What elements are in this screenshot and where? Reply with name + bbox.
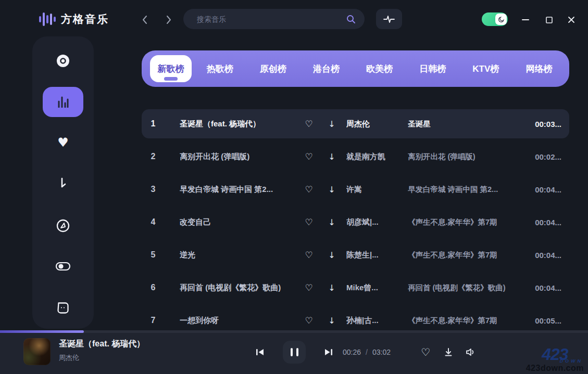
search-box[interactable]	[183, 9, 365, 29]
search-input[interactable]	[197, 15, 346, 23]
song-album: 圣诞星	[408, 119, 533, 129]
tab-network[interactable]: 网络榜	[514, 63, 564, 75]
favorite-heart-icon[interactable]: ♡	[297, 217, 320, 227]
seek-bar[interactable]	[0, 330, 588, 333]
song-artist[interactable]: 就是南方凯	[346, 152, 404, 162]
song-artist[interactable]: 周杰伦	[346, 119, 404, 129]
equalizer-button[interactable]	[376, 9, 402, 29]
previous-track-icon	[255, 348, 265, 356]
favorite-heart-icon[interactable]: ♡	[297, 151, 320, 162]
sidebar-item-settings[interactable]	[55, 261, 71, 272]
song-artist[interactable]: 胡彦斌|...	[346, 217, 404, 227]
song-title: 一想到你呀	[180, 316, 297, 326]
watermark-site: 423down.com	[526, 364, 584, 373]
tab-label: 新歌榜	[158, 63, 184, 75]
album-art[interactable]	[23, 338, 51, 365]
download-icon[interactable]: ↓	[320, 119, 343, 129]
song-artist[interactable]: 陈楚生|...	[346, 250, 404, 260]
favorite-heart-icon[interactable]: ♡	[297, 282, 320, 293]
song-album: 《声生不息.家年华》第7期	[408, 250, 533, 260]
song-row[interactable]: 3 早发白帝城 诗画中国 第2... ♡ ↓ 许嵩 早发白帝城 诗画中国 第2.…	[142, 175, 569, 204]
tab-original[interactable]: 原创榜	[248, 63, 298, 75]
sidebar-item-feedback[interactable]	[56, 301, 70, 315]
song-list: 1 圣诞星（feat. 杨瑞代） ♡ ↓ 周杰伦 圣诞星 00:03... 2 …	[142, 109, 569, 330]
song-album: 离别开出花 (弹唱版)	[408, 152, 533, 162]
download-icon[interactable]: ↓	[320, 152, 343, 162]
chat-bubble-icon	[56, 301, 70, 315]
favorite-heart-icon[interactable]: ♡	[297, 315, 320, 326]
tab-ktv[interactable]: KTV榜	[461, 63, 511, 75]
search-icon[interactable]	[346, 14, 356, 24]
sidebar-item-favorites[interactable]: ♥	[57, 136, 69, 149]
download-icon[interactable]: ↓	[320, 283, 343, 293]
seek-progress	[0, 330, 84, 333]
nav-forward-button[interactable]	[162, 14, 175, 26]
song-row[interactable]: 4 改变自己 ♡ ↓ 胡彦斌|... 《声生不息.家年华》第7期 00:04..…	[142, 208, 569, 237]
time-display: 00:26 / 03:02	[343, 330, 391, 374]
pause-button[interactable]	[283, 341, 306, 364]
song-row[interactable]: 5 逆光 ♡ ↓ 陈楚生|... 《声生不息.家年华》第7期 00:04...	[142, 240, 569, 269]
favorite-heart-icon[interactable]: ♡	[297, 184, 320, 195]
song-duration: 00:04...	[533, 185, 569, 194]
download-icon[interactable]: ↓	[320, 250, 343, 260]
favorite-heart-icon[interactable]: ♡	[421, 346, 430, 358]
soundwave-logo-icon	[39, 11, 56, 27]
song-album: 《声生不息.家年华》第7期	[408, 316, 533, 326]
pause-icon	[296, 348, 298, 356]
song-row[interactable]: 6 再回首 (电视剧《繁花》歌曲) ♡ ↓ Mike曾... 再回首 (电视剧《…	[142, 273, 569, 302]
tab-new-songs[interactable]: 新歌榜	[150, 55, 192, 82]
song-duration: 00:02...	[533, 152, 569, 161]
moon-icon	[498, 16, 505, 23]
nav-back-button[interactable]	[139, 14, 151, 26]
song-title: 离别开出花 (弹唱版)	[180, 152, 297, 162]
compass-icon	[56, 218, 70, 233]
song-artist[interactable]: Mike曾...	[346, 283, 404, 293]
total-time: 03:02	[372, 348, 391, 356]
favorite-heart-icon[interactable]: ♡	[297, 119, 320, 129]
download-icon[interactable]: ↓	[320, 185, 343, 195]
pulse-icon	[383, 15, 395, 24]
sidebar-item-downloads[interactable]	[57, 177, 69, 191]
volume-icon[interactable]	[465, 347, 476, 357]
active-tab-indicator	[164, 77, 178, 81]
current-time: 00:26	[343, 348, 361, 356]
tab-jp-kr[interactable]: 日韩榜	[408, 63, 458, 75]
song-row[interactable]: 1 圣诞星（feat. 杨瑞代） ♡ ↓ 周杰伦 圣诞星 00:03...	[142, 109, 569, 138]
download-tray-icon	[444, 347, 453, 357]
minimize-icon	[522, 19, 529, 21]
song-rank: 1	[142, 119, 165, 128]
toggle-thumb	[495, 14, 507, 25]
song-title: 逆光	[180, 250, 297, 260]
song-row[interactable]: 7 一想到你呀 ♡ ↓ 孙楠|古... 《声生不息.家年华》第7期 00:05.…	[142, 306, 569, 330]
sidebar-item-discover[interactable]	[56, 218, 70, 233]
disc-icon	[56, 54, 70, 68]
favorite-heart-icon[interactable]: ♡	[297, 250, 320, 260]
download-icon[interactable]	[444, 347, 453, 357]
download-icon[interactable]: ↓	[320, 316, 343, 326]
song-artist[interactable]: 许嵩	[346, 185, 404, 195]
bar-chart-icon	[56, 96, 70, 108]
tab-hk-tw[interactable]: 港台榜	[301, 63, 351, 75]
download-arrow-icon	[57, 177, 69, 191]
previous-button[interactable]	[255, 348, 265, 356]
close-button[interactable]	[564, 12, 579, 27]
tab-western[interactable]: 欧美榜	[355, 63, 405, 75]
next-button[interactable]	[324, 348, 333, 356]
song-duration: 00:05...	[533, 316, 569, 325]
sidebar-item-charts[interactable]	[43, 87, 83, 117]
sidebar: ♥	[32, 36, 94, 329]
song-rank: 6	[142, 283, 165, 292]
song-album: 《声生不息.家年华》第7期	[408, 217, 533, 227]
song-artist[interactable]: 孙楠|古...	[346, 316, 404, 326]
song-rank: 2	[142, 152, 165, 161]
sidebar-item-disc[interactable]	[56, 54, 70, 68]
minimize-button[interactable]	[518, 12, 533, 27]
song-rank: 3	[142, 185, 165, 194]
tab-hot-songs[interactable]: 热歌榜	[195, 63, 245, 75]
maximize-button[interactable]	[542, 12, 556, 27]
song-row[interactable]: 2 离别开出花 (弹唱版) ♡ ↓ 就是南方凯 离别开出花 (弹唱版) 00:0…	[142, 142, 569, 171]
song-album: 再回首 (电视剧《繁花》歌曲)	[408, 283, 533, 293]
maximize-icon	[546, 17, 553, 23]
download-icon[interactable]: ↓	[320, 217, 343, 227]
theme-toggle[interactable]	[482, 12, 508, 26]
